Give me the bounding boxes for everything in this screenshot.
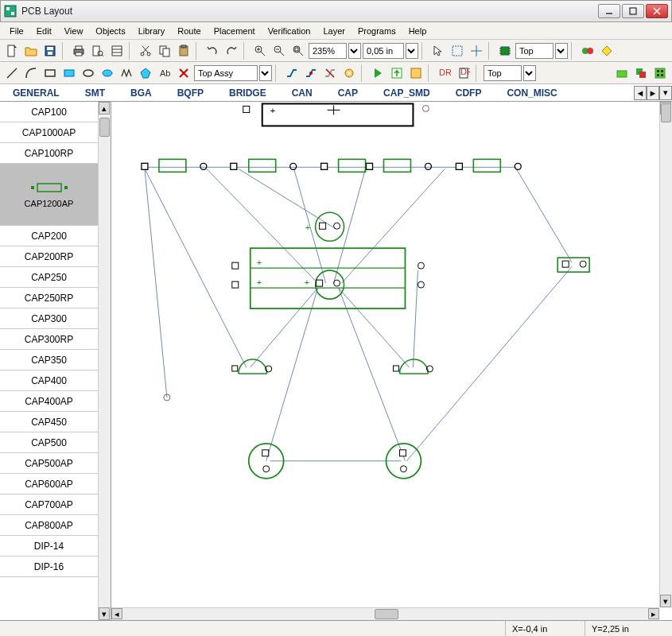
scroll-right-icon[interactable]: ▸ — [648, 608, 659, 619]
category-cap[interactable]: CAP — [325, 84, 371, 102]
undo-button[interactable] — [204, 42, 221, 60]
new-button[interactable] — [3, 42, 21, 60]
list-item[interactable]: CAP800AP — [0, 515, 98, 536]
menu-edit[interactable]: Edit — [30, 24, 58, 38]
menu-layer[interactable]: Layer — [317, 24, 352, 38]
list-item[interactable]: CAP400 — [0, 370, 98, 391]
list-item[interactable]: DIP-16 — [0, 556, 98, 577]
filled-rect-tool[interactable] — [60, 64, 78, 82]
menu-programs[interactable]: Programs — [352, 24, 402, 38]
list-item[interactable]: CAP250 — [0, 267, 98, 288]
titleblock-button[interactable] — [108, 42, 126, 60]
scroll-up-icon[interactable]: ▴ — [99, 102, 110, 114]
minimize-button[interactable] — [598, 4, 620, 18]
properties-button[interactable] — [651, 64, 669, 82]
list-item[interactable]: CAP300RP — [0, 329, 98, 350]
category-cap-smd[interactable]: CAP_SMD — [371, 84, 443, 102]
preview-button[interactable] — [89, 42, 107, 60]
cut-button[interactable] — [137, 42, 154, 60]
menu-placement[interactable]: Placement — [208, 24, 262, 38]
category-smt[interactable]: SMT — [72, 84, 118, 102]
category-scroll-right[interactable]: ► — [647, 86, 659, 100]
list-item[interactable]: CAP500AP — [0, 453, 98, 474]
vscroll-thumb[interactable] — [661, 103, 671, 122]
copy-button[interactable] — [156, 42, 173, 60]
close-button[interactable] — [646, 4, 668, 18]
chip-button[interactable] — [496, 42, 514, 60]
layer2-input[interactable] — [484, 65, 522, 81]
list-item[interactable]: CAP300 — [0, 308, 98, 329]
menu-objects[interactable]: Objects — [89, 24, 131, 38]
hscroll-thumb[interactable] — [375, 609, 398, 619]
scroll-left-icon[interactable]: ◂ — [111, 608, 122, 619]
drc-button[interactable]: DRC — [436, 64, 453, 82]
rect-tool[interactable] — [41, 64, 59, 82]
open-button[interactable] — [22, 42, 40, 60]
list-item[interactable]: CAP350 — [0, 350, 98, 370]
menu-view[interactable]: View — [58, 24, 90, 38]
category-can[interactable]: CAN — [279, 84, 325, 102]
scroll-down-icon[interactable]: ▾ — [660, 595, 671, 607]
via-tool[interactable] — [340, 64, 358, 82]
paste-button[interactable] — [175, 42, 192, 60]
list-item[interactable]: CAP450 — [0, 412, 98, 432]
layer2-dropdown[interactable] — [523, 65, 536, 81]
list-item[interactable]: CAP1000AP — [0, 122, 98, 143]
export-button[interactable] — [388, 64, 406, 82]
arc-tool[interactable] — [22, 64, 40, 82]
zoom-dropdown[interactable] — [348, 43, 361, 59]
route-edit-tool[interactable] — [302, 64, 320, 82]
category-general[interactable]: GENERAL — [0, 84, 72, 102]
maximize-button[interactable] — [622, 4, 644, 18]
category-scroll-left[interactable]: ◄ — [634, 86, 647, 100]
zoom-input[interactable] — [309, 43, 347, 59]
layer1-input[interactable] — [515, 43, 554, 59]
menu-help[interactable]: Help — [402, 24, 433, 38]
category-menu[interactable]: ▾ — [659, 86, 672, 100]
list-item[interactable]: DIP-14 — [0, 536, 98, 556]
menu-file[interactable]: File — [3, 24, 30, 38]
filled-ellipse-tool[interactable] — [99, 64, 116, 82]
list-item[interactable]: CAP100 — [0, 102, 98, 122]
polyline-tool[interactable] — [118, 64, 135, 82]
ellipse-tool[interactable] — [80, 64, 97, 82]
list-item[interactable]: CAP100RP — [0, 143, 98, 164]
cursor-button[interactable] — [429, 42, 447, 60]
board-button[interactable] — [407, 64, 425, 82]
vertical-scrollbar[interactable]: ▴ ▾ — [659, 102, 672, 607]
layers-button[interactable] — [632, 64, 650, 82]
run-button[interactable] — [369, 64, 386, 82]
menu-route[interactable]: Route — [171, 24, 207, 38]
unroute-tool[interactable] — [321, 64, 339, 82]
select-button[interactable] — [449, 42, 466, 60]
zoom-out-button[interactable] — [270, 42, 288, 60]
category-con-misc[interactable]: CON_MISC — [494, 84, 569, 102]
list-item[interactable]: CAP600AP — [0, 474, 98, 494]
horizontal-scrollbar[interactable]: ◂ ▸ — [111, 607, 659, 620]
color-toggle-button[interactable] — [579, 42, 596, 60]
redo-button[interactable] — [223, 42, 240, 60]
menu-library[interactable]: Library — [132, 24, 172, 38]
3d-view-button[interactable] — [613, 64, 631, 82]
menu-verification[interactable]: Verification — [262, 24, 317, 38]
route-manual-tool[interactable] — [283, 64, 301, 82]
scroll-thumb[interactable] — [99, 118, 110, 137]
grid-input[interactable] — [363, 43, 404, 59]
sidebar-scrollbar[interactable]: ▴ ▾ — [98, 102, 111, 620]
layer1-dropdown[interactable] — [555, 43, 568, 59]
category-bridge[interactable]: BRIDGE — [216, 84, 279, 102]
category-bqfp[interactable]: BQFP — [165, 84, 216, 102]
delete-tool[interactable] — [175, 64, 192, 82]
list-item-selected[interactable]: CAP1200AP — [0, 164, 98, 226]
crosshair-button[interactable] — [468, 42, 485, 60]
pcb-canvas[interactable]: + — [111, 102, 659, 607]
scroll-down-icon[interactable]: ▾ — [99, 607, 110, 620]
measure-button[interactable] — [598, 42, 616, 60]
grid-dropdown[interactable] — [406, 43, 418, 59]
category-cdfp[interactable]: CDFP — [443, 84, 495, 102]
list-item[interactable]: CAP250RP — [0, 288, 98, 308]
list-item[interactable]: CAP200RP — [0, 246, 98, 267]
list-item[interactable]: CAP500 — [0, 432, 98, 453]
list-item[interactable]: CAP700AP — [0, 494, 98, 515]
line-tool[interactable] — [3, 64, 21, 82]
